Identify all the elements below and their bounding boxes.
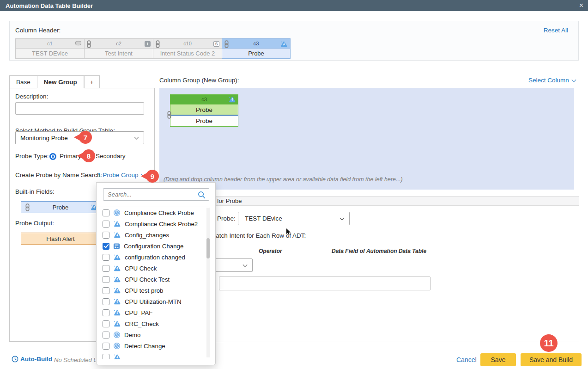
select-column-dropdown[interactable]: Select Column bbox=[528, 77, 576, 84]
flash-icon bbox=[113, 254, 121, 261]
column-id: c3 bbox=[222, 38, 291, 49]
checkbox-unchecked[interactable] bbox=[103, 332, 109, 338]
column-group-label: Column Group (New Group): bbox=[159, 77, 239, 84]
flash-icon bbox=[113, 232, 121, 239]
close-icon[interactable]: × bbox=[577, 0, 585, 11]
probe-list-item[interactable]: CPU Utilization-MTN bbox=[97, 296, 209, 307]
tab-new-group[interactable]: New Group bbox=[37, 75, 84, 88]
link-icon bbox=[155, 40, 160, 48]
flash-icon bbox=[113, 265, 121, 272]
flash-icon bbox=[113, 298, 121, 305]
probe-output-label: Probe Output: bbox=[15, 220, 54, 227]
checkbox-unchecked[interactable] bbox=[103, 287, 109, 294]
probe-list-item[interactable]: Compliance Check Probe2 bbox=[97, 218, 209, 229]
checkbox-unchecked[interactable] bbox=[103, 320, 109, 327]
annotation-badge-8: 8 bbox=[82, 149, 95, 162]
link-icon bbox=[25, 203, 30, 211]
probe-list-item[interactable]: configuration changed bbox=[97, 252, 209, 263]
group-column-row-probe-2[interactable]: Probe bbox=[170, 116, 238, 126]
probe-name: CPU test prob bbox=[125, 287, 164, 294]
name-search-label: Create Probe by Name Search: bbox=[15, 172, 102, 178]
probe-list-item[interactable]: Compliance Check Probe bbox=[97, 207, 209, 218]
probe-list-item[interactable]: Detect Change bbox=[97, 340, 209, 351]
probe-name: Compliance Check Probe2 bbox=[125, 221, 198, 228]
probe-list-item[interactable]: Config_changes bbox=[97, 229, 209, 240]
probe-group-dropdown-link[interactable]: 1 Probe Group bbox=[97, 172, 145, 178]
checkbox-unchecked[interactable] bbox=[103, 276, 109, 283]
device-icon bbox=[75, 41, 82, 46]
probe-list-item[interactable] bbox=[97, 351, 209, 359]
save-button[interactable]: Save bbox=[480, 353, 516, 366]
clock-icon bbox=[113, 342, 121, 350]
column-id: c2I bbox=[84, 38, 153, 49]
group-column-row-probe-1[interactable]: Probe bbox=[170, 104, 238, 115]
probe-name: CPU Check bbox=[125, 265, 157, 272]
type-badge-icon: I bbox=[145, 41, 151, 47]
probe-list-item[interactable]: CRC_Check bbox=[97, 318, 209, 329]
search-box bbox=[103, 188, 209, 201]
probe-type-secondary-label: Secondary bbox=[96, 153, 126, 160]
probe-type-label: Probe Type: bbox=[15, 153, 49, 160]
description-input[interactable] bbox=[15, 102, 144, 115]
tab-add[interactable]: + bbox=[84, 75, 100, 88]
column-chip-c2[interactable]: c2ITest Intent bbox=[84, 38, 153, 59]
probe-name: CPU_PAF bbox=[125, 309, 152, 316]
chevron-down-icon bbox=[243, 262, 248, 267]
checkbox-unchecked[interactable] bbox=[103, 254, 109, 261]
scrollbar-track[interactable] bbox=[206, 208, 210, 357]
search-icon bbox=[198, 191, 206, 199]
column-name: Test Intent bbox=[84, 49, 153, 59]
data-field-input[interactable] bbox=[219, 277, 430, 290]
probe-list-item[interactable]: Demo bbox=[97, 329, 209, 340]
probe-label: Probe: bbox=[217, 215, 236, 222]
flash-icon bbox=[228, 96, 236, 103]
probe-name: CPU Check Test bbox=[125, 276, 170, 283]
column-name: Intent Status Code 2 bbox=[153, 49, 222, 59]
column-header-label: Column Header: bbox=[15, 27, 61, 34]
built-in-fields-label: Built-in Fields: bbox=[15, 188, 55, 195]
checkbox-checked[interactable] bbox=[103, 243, 109, 250]
probe-output-flash-alert-chip[interactable]: Flash Alert bbox=[21, 233, 100, 245]
auto-build-link[interactable]: Auto-Build bbox=[12, 356, 52, 363]
drag-drop-hint: (Drag and drop column header from the up… bbox=[164, 176, 403, 183]
column-name: TEST DEvice bbox=[15, 49, 84, 59]
checkbox-unchecked[interactable] bbox=[103, 343, 109, 350]
checkbox-unchecked[interactable] bbox=[103, 221, 109, 228]
flash-icon bbox=[113, 320, 121, 327]
config-icon bbox=[113, 243, 120, 250]
probe-list-item[interactable]: CPU Check Test bbox=[97, 274, 209, 285]
checkbox-unchecked[interactable] bbox=[103, 232, 109, 239]
chevron-down-icon bbox=[134, 135, 139, 140]
annotation-badge-9: 9 bbox=[146, 170, 159, 183]
column-chip-c3[interactable]: c3Probe bbox=[222, 38, 291, 59]
tab-base[interactable]: Base bbox=[9, 75, 37, 88]
search-input[interactable] bbox=[103, 189, 209, 200]
probe-list-item[interactable]: CPU_PAF bbox=[97, 307, 209, 318]
scrollbar-thumb[interactable] bbox=[206, 238, 210, 258]
checkbox-unchecked[interactable] bbox=[103, 309, 109, 316]
checkbox-unchecked[interactable] bbox=[103, 354, 109, 360]
checkbox-unchecked[interactable] bbox=[103, 265, 109, 272]
checkbox-unchecked[interactable] bbox=[103, 209, 109, 216]
radio-primary[interactable] bbox=[49, 153, 56, 160]
column-chips: c1TEST DEvicec2ITest Intentc10SIntent St… bbox=[15, 38, 291, 59]
cancel-button[interactable]: Cancel bbox=[456, 356, 477, 363]
probe-name: Config_changes bbox=[125, 232, 169, 239]
save-and-build-button[interactable]: Save and Build bbox=[521, 353, 582, 366]
column-header-section: Column Header: Reset All c1TEST DEvicec2… bbox=[9, 21, 579, 61]
link-icon bbox=[86, 40, 91, 48]
probe-list-item[interactable]: CPU Check bbox=[97, 263, 209, 274]
reset-all-link[interactable]: Reset All bbox=[544, 27, 568, 34]
group-column-header[interactable]: c3 bbox=[170, 95, 238, 104]
built-in-field-probe-chip[interactable]: Probe bbox=[21, 201, 100, 213]
probe-select[interactable]: TEST DEvice bbox=[238, 212, 350, 225]
column-chip-c10[interactable]: c10SIntent Status Code 2 bbox=[153, 38, 222, 59]
probe-list: Compliance Check ProbeCompliance Check P… bbox=[97, 207, 209, 359]
flash-icon bbox=[113, 309, 121, 316]
probe-list-item[interactable]: CPU test prob bbox=[97, 285, 209, 296]
checkbox-unchecked[interactable] bbox=[103, 298, 109, 305]
operator-column-header: Operator bbox=[259, 248, 282, 254]
column-id: c10S bbox=[153, 38, 222, 49]
probe-list-item[interactable]: Configuration Change bbox=[97, 240, 209, 252]
column-chip-c1[interactable]: c1TEST DEvice bbox=[15, 38, 84, 59]
